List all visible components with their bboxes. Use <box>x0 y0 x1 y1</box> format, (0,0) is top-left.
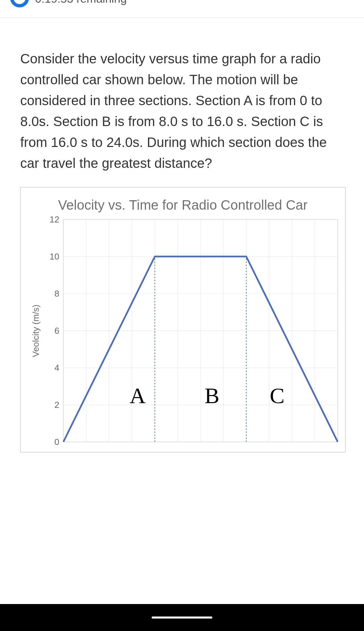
chart-title: Velocity vs. Time for Radio Controlled C… <box>27 198 338 213</box>
chart-y-tick: 4 <box>46 363 59 373</box>
chart-section-label-c: C <box>270 383 284 409</box>
timer-remaining: 0:19:53 remaining <box>35 0 127 5</box>
question-text: Consider the velocity versus time graph … <box>0 31 364 187</box>
chart-y-tick: 10 <box>46 251 59 262</box>
chart-y-tick: 6 <box>46 326 59 336</box>
timer-ring-icon <box>10 0 29 7</box>
chart-y-axis-label: Veolcity (m/s) <box>31 304 41 357</box>
chart-y-tick: 0 <box>46 437 59 447</box>
home-indicator-icon <box>152 617 212 619</box>
chart-section-label-b: B <box>205 383 219 409</box>
chart-y-tick: 2 <box>46 400 59 410</box>
bottom-bar <box>0 604 364 631</box>
chart-y-tick: 8 <box>46 289 59 299</box>
chart-container: Velocity vs. Time for Radio Controlled C… <box>20 187 345 452</box>
chart-section-label-a: A <box>130 383 146 409</box>
chart-y-tick: 12 <box>46 214 59 225</box>
timer-bar: 0:19:53 remaining <box>0 0 364 18</box>
chart-plot-area: 024681012 ABC <box>44 216 338 445</box>
